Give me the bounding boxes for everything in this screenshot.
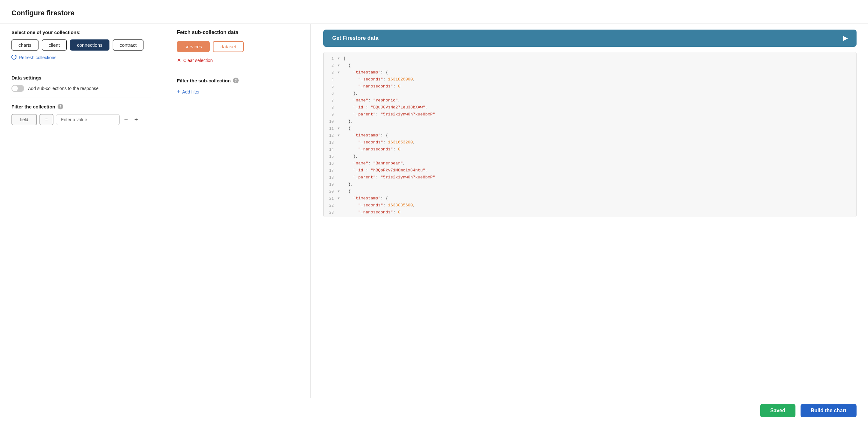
sub-collection-btn-services[interactable]: services bbox=[177, 41, 210, 52]
code-line: 11▼ { bbox=[323, 126, 856, 133]
sub-collection-btn-dataset[interactable]: dataset bbox=[213, 41, 244, 52]
build-chart-button[interactable]: Build the chart bbox=[801, 404, 857, 417]
line-content: }, bbox=[343, 91, 358, 96]
line-content: "timestamp": { bbox=[343, 70, 388, 75]
filter-title: Filter the collection ? bbox=[11, 104, 151, 109]
sub-filter-title-text: Filter the sub-collection bbox=[177, 78, 231, 83]
sub-collection-buttons: services dataset bbox=[177, 41, 298, 52]
right-panel: Get Firestore data ▶ 1▼[2▼ {3▼ "timestam… bbox=[311, 24, 857, 398]
code-line: 5 "_nanoseconds": 0 bbox=[323, 84, 856, 91]
code-line: 16 "name": "Bannerbear", bbox=[323, 161, 856, 168]
sub-filter-help-icon[interactable]: ? bbox=[233, 77, 239, 83]
line-content: "_seconds": 1633035600, bbox=[343, 203, 415, 208]
filter-eq-button[interactable]: = bbox=[39, 114, 54, 125]
code-line: 19 }, bbox=[323, 182, 856, 189]
collection-btn-client[interactable]: client bbox=[42, 39, 67, 51]
saved-button[interactable]: Saved bbox=[760, 404, 796, 417]
line-toggle: ▼ bbox=[338, 190, 342, 193]
code-line: 13 "_seconds": 1631653200, bbox=[323, 140, 856, 147]
footer: Saved Build the chart bbox=[0, 398, 868, 423]
line-content: }, bbox=[343, 217, 358, 217]
data-settings-title: Data settings bbox=[11, 75, 151, 80]
line-number: 14 bbox=[326, 148, 338, 152]
get-data-label: Get Firestore data bbox=[332, 35, 379, 41]
filter-add-button[interactable]: + bbox=[132, 115, 140, 124]
line-content: { bbox=[343, 126, 351, 131]
line-content: "_parent": "5rie2xiynw0h7kue8bxP" bbox=[343, 112, 435, 117]
line-toggle: ▼ bbox=[338, 127, 342, 130]
line-number: 21 bbox=[326, 197, 338, 201]
code-line: 14 "_nanoseconds": 0 bbox=[323, 147, 856, 154]
refresh-collections-label: Refresh collections bbox=[19, 55, 56, 60]
line-content: { bbox=[343, 189, 351, 194]
filter-field-button[interactable]: field bbox=[11, 114, 37, 125]
code-line: 22 "_seconds": 1633035600, bbox=[323, 203, 856, 210]
collection-btn-connections[interactable]: connections bbox=[70, 39, 110, 51]
code-line: 10 }, bbox=[323, 119, 856, 126]
add-filter-button[interactable]: + Add filter bbox=[177, 89, 200, 95]
code-line: 12▼ "timestamp": { bbox=[323, 133, 856, 140]
filter-remove-button[interactable]: − bbox=[122, 115, 130, 124]
line-number: 13 bbox=[326, 140, 338, 145]
filter-value-input[interactable] bbox=[56, 114, 120, 125]
left-panel: Select one of your collections: charts c… bbox=[11, 24, 164, 398]
line-number: 12 bbox=[326, 134, 338, 138]
section-divider-1 bbox=[11, 69, 151, 69]
filter-row: field = − + bbox=[11, 114, 151, 125]
collection-buttons: charts client connections contract bbox=[11, 39, 151, 51]
line-number: 8 bbox=[326, 106, 338, 110]
line-toggle: ▼ bbox=[338, 64, 342, 67]
line-content: "_id": "hBQpFkv71M8mclxC4ntu", bbox=[343, 168, 428, 173]
code-line: 9 "_parent": "5rie2xiynw0h7kue8bxP" bbox=[323, 112, 856, 119]
get-data-arrow-icon: ▶ bbox=[843, 35, 848, 42]
line-number: 11 bbox=[326, 127, 338, 131]
code-line: 7 "name": "rephonic", bbox=[323, 98, 856, 105]
line-content: }, bbox=[343, 154, 358, 159]
refresh-collections-link[interactable]: Refresh collections bbox=[11, 55, 151, 60]
code-line: 2▼ { bbox=[323, 63, 856, 70]
json-code-block: 1▼[2▼ {3▼ "timestamp": {4 "_seconds": 16… bbox=[323, 52, 857, 217]
line-number: 20 bbox=[326, 190, 338, 194]
clear-selection-label: Clear selection bbox=[183, 58, 213, 63]
line-content: "_seconds": 1631653200, bbox=[343, 140, 415, 145]
code-line: 6 }, bbox=[323, 91, 856, 98]
code-line: 20▼ { bbox=[323, 189, 856, 196]
line-content: "timestamp": { bbox=[343, 133, 388, 138]
clear-selection-link[interactable]: ✕ Clear selection bbox=[177, 57, 298, 63]
toggle-row: Add sub-collections to the response bbox=[11, 85, 151, 92]
code-line: 15 }, bbox=[323, 154, 856, 161]
code-line: 4 "_seconds": 1631826000, bbox=[323, 77, 856, 84]
mid-divider bbox=[177, 71, 298, 71]
line-content: "timestamp": { bbox=[343, 196, 388, 201]
line-content: "name": "rephonic", bbox=[343, 98, 400, 103]
code-line: 8 "_id": "BQuJ0VsMd27Leu38bXAw", bbox=[323, 105, 856, 112]
collection-btn-charts[interactable]: charts bbox=[11, 39, 38, 51]
get-firestore-data-button[interactable]: Get Firestore data ▶ bbox=[323, 30, 857, 47]
line-content: "_id": "BQuJ0VsMd27Leu38bXAw", bbox=[343, 105, 428, 110]
clear-x-icon: ✕ bbox=[177, 57, 181, 63]
line-toggle: ▼ bbox=[338, 134, 342, 137]
line-number: 15 bbox=[326, 155, 338, 159]
line-toggle: ▼ bbox=[338, 197, 342, 200]
code-line: 18 "_parent": "5rie2xiynw0h7kue8bxP" bbox=[323, 175, 856, 182]
line-number: 23 bbox=[326, 210, 338, 215]
line-content: { bbox=[343, 63, 351, 68]
line-number: 9 bbox=[326, 112, 338, 117]
sub-filter-title: Filter the sub-collection ? bbox=[177, 77, 298, 83]
line-number: 18 bbox=[326, 175, 338, 180]
filter-help-icon[interactable]: ? bbox=[58, 104, 63, 109]
refresh-icon bbox=[11, 55, 17, 60]
filter-title-text: Filter the collection bbox=[11, 104, 55, 109]
line-number: 10 bbox=[326, 120, 338, 124]
sub-collections-toggle[interactable] bbox=[11, 85, 24, 92]
page-title: Configure firestore bbox=[0, 0, 868, 24]
line-number: 3 bbox=[326, 71, 338, 75]
section-divider-2 bbox=[11, 98, 151, 98]
collection-btn-contract[interactable]: contract bbox=[113, 39, 144, 51]
line-toggle: ▼ bbox=[338, 71, 342, 74]
line-number: 5 bbox=[326, 85, 338, 89]
line-number: 4 bbox=[326, 77, 338, 82]
line-number: 6 bbox=[326, 92, 338, 96]
line-content: }, bbox=[343, 182, 353, 187]
code-line: 17 "_id": "hBQpFkv71M8mclxC4ntu", bbox=[323, 168, 856, 175]
